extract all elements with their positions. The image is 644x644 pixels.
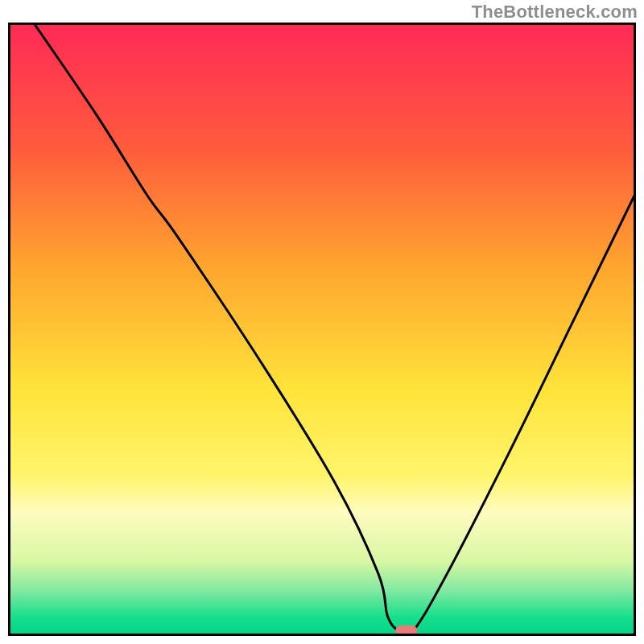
chart-container: TheBottleneck.com bbox=[0, 0, 644, 644]
plot-area bbox=[8, 23, 636, 636]
watermark-text: TheBottleneck.com bbox=[472, 2, 638, 23]
chart-svg bbox=[8, 23, 636, 636]
chart-background-gradient bbox=[10, 24, 635, 635]
